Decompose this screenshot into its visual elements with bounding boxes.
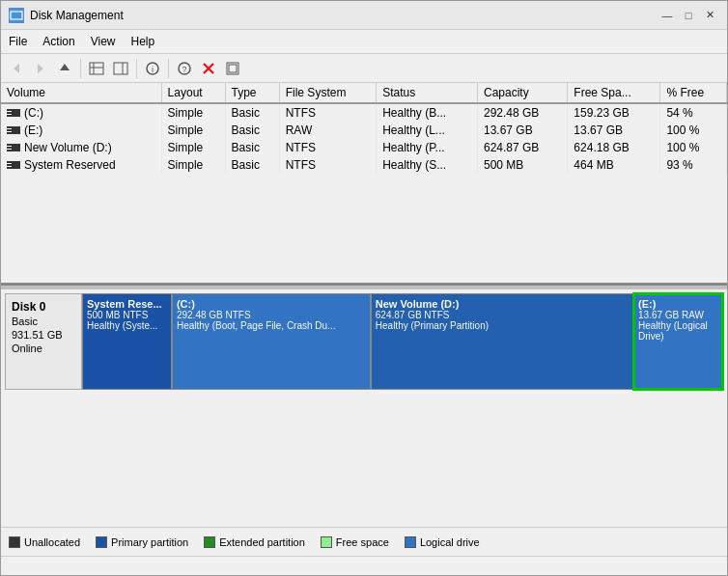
cell-type: Basic — [225, 122, 279, 139]
cell-pctFree: 100 % — [660, 139, 727, 156]
cell-status: Healthy (B... — [377, 103, 478, 122]
menu-bar: File Action View Help — [1, 30, 727, 54]
cell-volume: System Reserved — [1, 156, 161, 174]
cell-status: Healthy (S... — [377, 156, 478, 174]
col-layout[interactable]: Layout — [161, 83, 225, 103]
partition[interactable]: (C:) 292.48 GB NTFS Healthy (Boot, Page … — [172, 293, 371, 390]
legend-item: Logical drive — [405, 536, 480, 548]
action-pane-button[interactable] — [109, 57, 132, 80]
help-button[interactable]: ? — [173, 57, 196, 80]
toolbar-sep-2 — [136, 59, 137, 78]
title-bar: Disk Management — □ ✕ — [1, 1, 727, 30]
col-capacity[interactable]: Capacity — [477, 83, 567, 103]
cell-capacity: 292.48 GB — [477, 103, 567, 122]
status-bar — [1, 556, 727, 575]
volume-table: Volume Layout Type File System Status Ca… — [1, 83, 727, 174]
partition-size: 13.67 GB RAW — [638, 310, 718, 320]
col-freespace[interactable]: Free Spa... — [568, 83, 660, 103]
main-content: Volume Layout Type File System Status Ca… — [1, 83, 727, 527]
svg-rect-1 — [13, 14, 20, 17]
partition[interactable]: New Volume (D:) 624.87 GB NTFS Healthy (… — [371, 293, 633, 390]
partition-status: Healthy (Logical Drive) — [638, 320, 718, 342]
legend-label: Unallocated — [24, 536, 80, 548]
title-bar-left: Disk Management — [9, 8, 124, 23]
col-filesystem[interactable]: File System — [279, 83, 376, 103]
cell-volume: (E:) — [1, 122, 161, 139]
cell-volume: New Volume (D:) — [1, 139, 161, 156]
svg-rect-8 — [114, 63, 127, 74]
partition-name: (C:) — [177, 298, 366, 310]
svg-text:?: ? — [182, 65, 187, 74]
cell-freeSpace: 464 MB — [568, 156, 660, 174]
app-icon — [9, 8, 24, 23]
table-row[interactable]: (C:)SimpleBasicNTFSHealthy (B...292.48 G… — [1, 103, 727, 122]
back-button[interactable] — [5, 57, 28, 80]
cell-fileSystem: NTFS — [279, 103, 376, 122]
svg-marker-3 — [38, 64, 43, 73]
partition-size: 624.87 GB NTFS — [376, 310, 629, 320]
disk-section: Disk 0 Basic 931.51 GB Online System Res… — [1, 289, 727, 425]
cell-type: Basic — [225, 156, 279, 174]
svg-marker-2 — [14, 64, 19, 73]
legend-item: Unallocated — [9, 536, 80, 548]
legend-label: Extended partition — [219, 536, 305, 548]
cell-status: Healthy (L... — [377, 122, 478, 139]
col-type[interactable]: Type — [225, 83, 279, 103]
table-row[interactable]: (E:)SimpleBasicRAWHealthy (L...13.67 GB1… — [1, 122, 727, 139]
legend-bar: Unallocated Primary partition Extended p… — [1, 527, 727, 556]
svg-text:i: i — [152, 65, 154, 74]
partition-status: Healthy (Primary Partition) — [376, 320, 629, 331]
partition[interactable]: System Rese... 500 MB NTFS Healthy (Syst… — [82, 293, 172, 390]
legend-label: Primary partition — [111, 536, 188, 548]
col-status[interactable]: Status — [377, 83, 478, 103]
legend-color-box — [96, 536, 107, 548]
forward-button[interactable] — [29, 57, 52, 80]
menu-action[interactable]: Action — [35, 32, 82, 51]
table-row[interactable]: New Volume (D:)SimpleBasicNTFSHealthy (P… — [1, 139, 727, 156]
cell-freeSpace: 13.67 GB — [568, 122, 660, 139]
legend-label: Logical drive — [420, 536, 480, 548]
maximize-button[interactable]: □ — [679, 6, 698, 25]
cell-capacity: 624.87 GB — [477, 139, 567, 156]
partition-name: System Rese... — [87, 298, 167, 310]
delete-button[interactable] — [197, 57, 220, 80]
cell-layout: Simple — [161, 139, 225, 156]
col-pctfree[interactable]: % Free — [660, 83, 727, 103]
legend-color-box — [9, 536, 20, 548]
minimize-button[interactable]: — — [658, 6, 677, 25]
legend-color-box — [204, 536, 215, 548]
disk-size: 931.51 GB — [12, 329, 75, 341]
disk-management-window: Disk Management — □ ✕ File Action View H… — [0, 0, 728, 576]
cell-freeSpace: 624.18 GB — [568, 139, 660, 156]
svg-marker-4 — [60, 64, 70, 70]
cell-freeSpace: 159.23 GB — [568, 103, 660, 122]
partition-size: 292.48 GB NTFS — [177, 310, 366, 320]
table-body: (C:)SimpleBasicNTFSHealthy (B...292.48 G… — [1, 103, 727, 174]
menu-view[interactable]: View — [83, 32, 124, 51]
cell-pctFree: 100 % — [660, 122, 727, 139]
properties-button[interactable]: i — [141, 57, 164, 80]
menu-help[interactable]: Help — [124, 32, 163, 51]
cell-capacity: 500 MB — [477, 156, 567, 174]
toolbar-sep-3 — [168, 59, 169, 78]
menu-file[interactable]: File — [1, 32, 35, 51]
cell-capacity: 13.67 GB — [477, 122, 567, 139]
cell-layout: Simple — [161, 156, 225, 174]
disk-name: Disk 0 — [12, 300, 75, 314]
cell-status: Healthy (P... — [377, 139, 478, 156]
table-row[interactable]: System ReservedSimpleBasicNTFSHealthy (S… — [1, 156, 727, 174]
legend-color-box — [405, 536, 416, 548]
up-button[interactable] — [53, 57, 76, 80]
partition-size: 500 MB NTFS — [87, 310, 167, 320]
partition[interactable]: (E:) 13.67 GB RAW Healthy (Logical Drive… — [633, 293, 723, 390]
disk-label: Disk 0 Basic 931.51 GB Online — [5, 293, 82, 390]
col-volume[interactable]: Volume — [1, 83, 161, 103]
legend-item: Extended partition — [204, 536, 305, 548]
cell-layout: Simple — [161, 122, 225, 139]
cell-type: Basic — [225, 103, 279, 122]
toolbar: i ? — [1, 54, 727, 83]
console-tree-button[interactable] — [85, 57, 108, 80]
close-button[interactable]: ✕ — [700, 6, 719, 25]
refresh-button[interactable] — [221, 57, 244, 80]
cell-pctFree: 93 % — [660, 156, 727, 174]
